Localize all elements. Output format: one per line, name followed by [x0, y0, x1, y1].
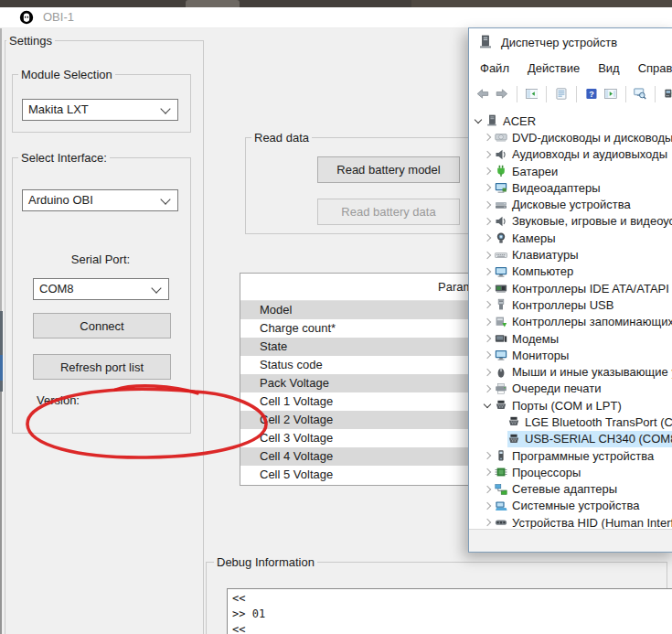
read-data-label: Read data	[251, 131, 312, 145]
device-tree-item[interactable]: Процессоры	[469, 464, 672, 480]
device-tree-item-label: LGE Bluetooth TransPort (COM5)	[525, 415, 672, 429]
table-row[interactable]: Cell 3 Voltage	[240, 429, 484, 447]
connect-button[interactable]: Connect	[33, 313, 171, 338]
menu-item[interactable]: Файл	[480, 61, 509, 75]
scan-icon[interactable]	[634, 86, 646, 102]
interface-select-value: Arduino OBI	[28, 193, 93, 207]
device-tree-item[interactable]: Компьютер	[469, 263, 672, 280]
table-row[interactable]: Model	[240, 301, 484, 319]
device-tree-item[interactable]: Мониторы	[469, 347, 672, 363]
update-driver-icon[interactable]	[664, 86, 672, 102]
chevron-collapsed-icon[interactable]	[482, 166, 493, 177]
device-tree-item[interactable]: Звуковые, игровые и видеоустройства	[469, 213, 672, 230]
device-manager-titlebar[interactable]: Диспетчер устройств	[469, 28, 672, 56]
device-tree-item[interactable]: ACER	[469, 113, 672, 129]
chevron-collapsed-icon[interactable]	[482, 517, 493, 528]
module-select-value: Makita LXT	[28, 102, 89, 116]
device-tree-item[interactable]: DVD-дисководы и дисководы компакт-дисков	[469, 129, 672, 145]
background-left-edge	[0, 392, 2, 634]
chevron-collapsed-icon[interactable]	[482, 250, 493, 261]
properties-icon[interactable]	[555, 86, 568, 102]
show-tree-icon[interactable]	[526, 86, 539, 102]
debug-console[interactable]: <<>> 01<<	[227, 588, 672, 634]
menu-item[interactable]: Действие	[528, 61, 580, 75]
device-tree-item[interactable]: Очереди печати	[469, 381, 672, 397]
module-select-dropdown[interactable]: Makita LXT	[22, 99, 178, 121]
menu-item[interactable]: Справка	[638, 61, 672, 75]
chevron-collapsed-icon[interactable]	[482, 484, 493, 495]
forward-icon[interactable]	[496, 86, 508, 102]
device-tree-item[interactable]: Мыши и иные указывающие устройства	[469, 363, 672, 380]
device-tree-item[interactable]: Видеоадаптеры	[469, 179, 672, 196]
device-tree-item[interactable]: Модемы	[469, 330, 672, 347]
device-tree-item[interactable]: LGE Bluetooth TransPort (COM5)	[469, 414, 672, 430]
chevron-expanded-icon[interactable]	[473, 115, 484, 126]
device-tree-item[interactable]: Аудиовходы и аудиовыходы	[469, 146, 672, 163]
chevron-collapsed-icon[interactable]	[482, 182, 493, 193]
device-tree-item[interactable]: Камеры	[469, 230, 672, 246]
menu-item[interactable]: Вид	[598, 61, 620, 75]
device-tree-item-label: Компьютер	[512, 264, 573, 278]
monitor-icon	[495, 349, 507, 361]
device-tree-item-label: Камеры	[512, 231, 556, 245]
chevron-collapsed-icon[interactable]	[482, 333, 493, 344]
table-row[interactable]: Cell 5 Voltage	[240, 466, 484, 484]
device-tree-item-label: Видеоадаптеры	[512, 181, 601, 195]
parameter-table: Parameter ModelCharge count*StateStatus …	[240, 273, 485, 486]
device-tree-item[interactable]: Батареи	[469, 163, 672, 179]
table-row[interactable]: Cell 4 Voltage	[240, 447, 484, 466]
table-row[interactable]: Charge count*	[240, 319, 484, 338]
table-row[interactable]: Pack Voltage	[240, 374, 484, 392]
device-tree-item[interactable]: Сетевые адаптеры	[469, 481, 672, 498]
chevron-expanded-icon[interactable]	[482, 400, 493, 411]
chevron-collapsed-icon[interactable]	[482, 132, 493, 143]
settings-group-label: Settings	[6, 34, 55, 48]
chevron-collapsed-icon[interactable]	[482, 299, 493, 310]
chevron-collapsed-icon[interactable]	[482, 149, 493, 160]
system-device-icon	[495, 500, 507, 512]
table-row[interactable]: Cell 1 Voltage	[240, 392, 484, 411]
chevron-collapsed-icon[interactable]	[482, 199, 493, 210]
chevron-collapsed-icon[interactable]	[482, 349, 493, 360]
serial-port-dropdown[interactable]: COM8	[33, 278, 169, 300]
table-row[interactable]: Cell 2 Voltage	[240, 411, 484, 429]
table-row[interactable]: State	[240, 338, 484, 356]
chevron-collapsed-icon[interactable]	[482, 383, 493, 394]
device-tree-item[interactable]: Порты (COM и LPT)	[469, 397, 672, 414]
device-tree-item[interactable]: Программные устройства	[469, 447, 672, 464]
device-tree-item[interactable]: Контроллеры запоминающих устройств	[469, 314, 672, 330]
chevron-collapsed-icon[interactable]	[482, 500, 493, 511]
table-row[interactable]: Status code	[240, 356, 484, 374]
device-tree-item[interactable]: Контроллеры IDE ATA/ATAPI	[469, 280, 672, 296]
printer-icon	[495, 382, 507, 395]
toolbar-separator	[625, 86, 626, 102]
device-tree-item[interactable]: Дисковые устройства	[469, 196, 672, 212]
chevron-collapsed-icon[interactable]	[482, 367, 493, 378]
ide-controller-icon	[495, 282, 507, 295]
help-icon[interactable]: ?	[585, 86, 598, 102]
device-manager-icon	[478, 35, 493, 49]
device-tree-item[interactable]: Контроллеры USB	[469, 296, 672, 313]
device-tree-item[interactable]: Клавиатуры	[469, 246, 672, 263]
device-tree-item-label: Звуковые, игровые и видеоустройства	[512, 214, 672, 228]
show-window-icon[interactable]	[604, 86, 617, 102]
network-adapter-icon	[495, 483, 507, 496]
chevron-collapsed-icon[interactable]	[482, 232, 493, 243]
device-tree-item-selected[interactable]: USB-SERIAL CH340 (COM8)	[469, 431, 672, 447]
chevron-collapsed-icon[interactable]	[482, 467, 493, 478]
refresh-port-list-button[interactable]: Refresh port list	[33, 354, 171, 380]
chevron-collapsed-icon[interactable]	[482, 266, 493, 277]
chevron-collapsed-icon[interactable]	[482, 283, 493, 294]
chevron-collapsed-icon[interactable]	[482, 216, 493, 227]
select-interface-label: Select Interface:	[18, 151, 110, 165]
read-battery-model-button[interactable]: Read battery model	[317, 156, 460, 183]
toolbar-separator	[546, 86, 547, 102]
interface-select-dropdown[interactable]: Arduino OBI	[22, 189, 178, 211]
chevron-collapsed-icon[interactable]	[482, 317, 493, 328]
device-tree-item[interactable]: Системные устройства	[469, 498, 672, 514]
chevron-collapsed-icon[interactable]	[482, 450, 493, 461]
device-tree-item-label: Контроллеры запоминающих устройств	[512, 315, 672, 328]
back-icon[interactable]	[476, 86, 489, 102]
device-tree-item-label: Устройства HID (Human Interface Devices)	[512, 516, 672, 530]
port-icon	[495, 399, 507, 412]
